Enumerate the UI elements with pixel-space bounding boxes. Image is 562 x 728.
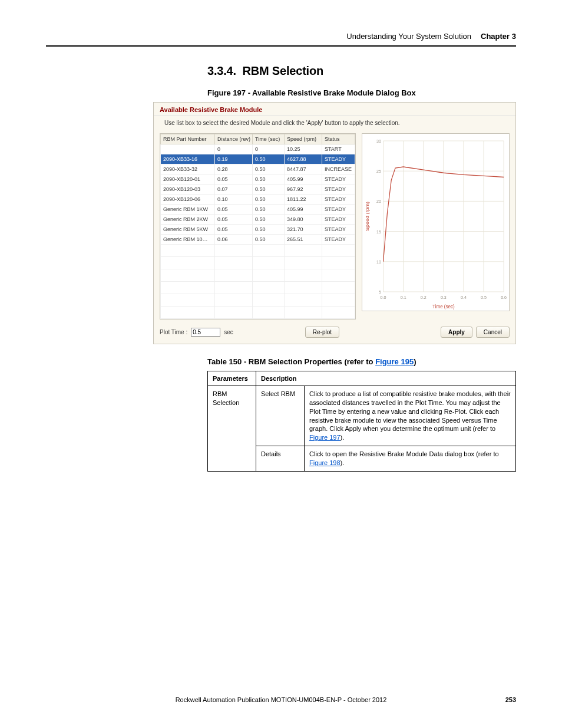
- cell-select-rbm: Select RBM: [256, 386, 305, 446]
- svg-text:25: 25: [376, 169, 381, 174]
- header-title: Understanding Your System Solution: [346, 32, 471, 41]
- svg-text:10: 10: [376, 259, 381, 265]
- table-row[interactable]: Generic RBM 5KW0.050.50321.70STEADY: [161, 225, 355, 235]
- table-row[interactable]: 2090-XB120-060.100.501811.22STEADY: [161, 195, 355, 205]
- table-row[interactable]: Generic RBM 2KW0.050.50349.80STEADY: [161, 215, 355, 225]
- rbm-properties-table: Parameters Description RBM Selection Sel…: [207, 371, 516, 472]
- table-header-row: RBM Part Number Distance (rev) Time (sec…: [161, 134, 355, 144]
- col-description: Description: [256, 371, 516, 386]
- section-heading: 3.3.4. RBM Selection: [207, 64, 516, 78]
- svg-text:Time (sec): Time (sec): [432, 304, 455, 310]
- table-caption: Table 150 - RBM Selection Properties (re…: [207, 357, 516, 366]
- publication-info: Rockwell Automation Publication MOTION-U…: [176, 696, 387, 703]
- svg-text:20: 20: [376, 199, 381, 205]
- svg-text:0.0: 0.0: [381, 295, 386, 301]
- rbm-dialog: Available Resistive Brake Module Use lis…: [153, 102, 516, 344]
- table-row[interactable]: 2090-XB120-010.050.50405.99STEADY: [161, 174, 355, 185]
- table-row[interactable]: 0010.25START: [161, 144, 355, 154]
- rbm-table[interactable]: RBM Part Number Distance (rev) Time (sec…: [160, 133, 356, 319]
- cell-details: Details: [256, 446, 305, 472]
- svg-text:30: 30: [376, 139, 381, 144]
- plot-time-input[interactable]: [191, 328, 220, 337]
- figure-197-link[interactable]: Figure 197: [309, 434, 340, 441]
- svg-text:Speed (rpm): Speed (rpm): [364, 202, 369, 231]
- figure-195-link[interactable]: Figure 195: [375, 357, 414, 366]
- cell-details-desc: Click to open the Resistive Brake Module…: [305, 446, 516, 472]
- replot-button[interactable]: Re-plot: [305, 327, 339, 338]
- page-footer: Rockwell Automation Publication MOTION-U…: [46, 696, 516, 703]
- figure-198-link[interactable]: Figure 198: [309, 459, 340, 466]
- apply-button[interactable]: Apply: [441, 327, 472, 338]
- svg-text:0.5: 0.5: [481, 295, 487, 301]
- table-row[interactable]: Generic RBM 1KW0.050.50405.99STEADY: [161, 205, 355, 215]
- svg-text:0.4: 0.4: [461, 295, 467, 301]
- running-header: Understanding Your System Solution Chapt…: [46, 32, 516, 47]
- plot-time-label: Plot Time :: [160, 329, 187, 335]
- speed-time-chart: 510152025300.00.10.20.30.40.50.6Time (se…: [362, 133, 510, 311]
- svg-text:0.2: 0.2: [421, 295, 427, 301]
- svg-text:15: 15: [376, 229, 381, 235]
- table-row[interactable]: Generic RBM 10…0.060.50265.51STEADY: [161, 235, 355, 245]
- cell-select-rbm-desc: Click to produce a list of compatible re…: [305, 386, 516, 446]
- svg-text:0.6: 0.6: [501, 295, 507, 301]
- dialog-title: Available Resistive Brake Module: [154, 103, 515, 116]
- table-row[interactable]: 2090-XB120-030.070.50967.92STEADY: [161, 185, 355, 195]
- svg-text:0.1: 0.1: [401, 295, 406, 301]
- figure-caption: Figure 197 - Available Resistive Brake M…: [207, 88, 516, 97]
- page-number: 253: [505, 696, 516, 703]
- table-row[interactable]: 2090-XB33-160.190.504627.88STEADY: [161, 154, 355, 164]
- cell-group: RBM Selection: [208, 386, 256, 472]
- dialog-instruction: Use list box to select the desired Modul…: [154, 116, 515, 129]
- plot-time-unit: sec: [224, 329, 233, 335]
- svg-text:0.3: 0.3: [441, 295, 447, 301]
- col-parameters: Parameters: [208, 371, 256, 386]
- table-row[interactable]: 2090-XB33-320.280.508447.87INCREASE: [161, 164, 355, 174]
- cancel-button[interactable]: Cancel: [476, 327, 510, 338]
- header-chapter: Chapter 3: [481, 32, 516, 41]
